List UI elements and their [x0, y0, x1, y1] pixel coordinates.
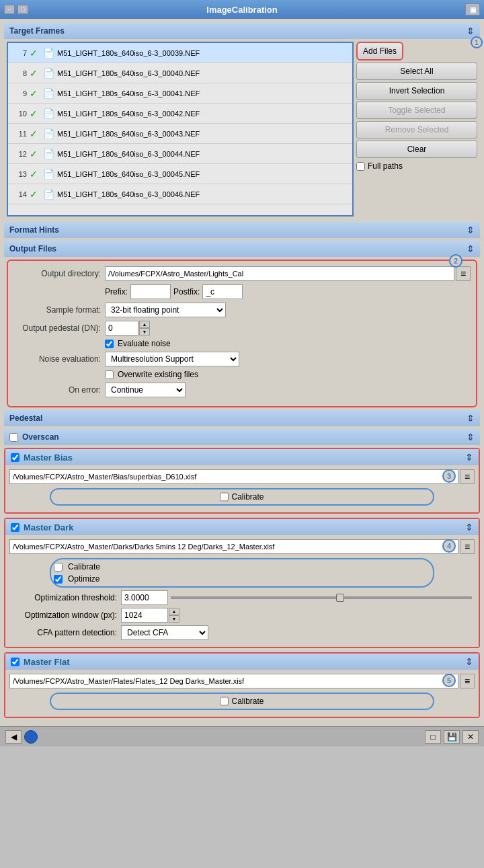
full-paths-checkbox[interactable] [356, 162, 365, 171]
file-doc-icon: 📄 [43, 108, 54, 119]
master-bias-enable-checkbox[interactable] [11, 453, 19, 462]
master-dark-enable-checkbox[interactable] [11, 523, 19, 532]
list-item[interactable]: 7 ✓ 📄 M51_LIGHT_180s_640iso_6-3_00039.NE… [8, 43, 352, 63]
pedestal-up-arrow[interactable]: ▲ [139, 321, 150, 328]
format-hints-title: Format Hints [9, 225, 59, 235]
evaluate-noise-checkbox[interactable] [105, 340, 114, 348]
pedestal-down-arrow[interactable]: ▼ [139, 328, 150, 336]
opt-window-up[interactable]: ▲ [169, 608, 179, 615]
file-list[interactable]: 7 ✓ 📄 M51_LIGHT_180s_640iso_6-3_00039.NE… [7, 42, 354, 216]
add-files-button[interactable]: Add Files [356, 42, 403, 61]
master-bias-path-input[interactable] [9, 469, 458, 484]
cfa-pattern-select[interactable]: Detect CFA None [121, 625, 208, 640]
list-item[interactable]: 10 ✓ 📄 M51_LIGHT_180s_640iso_6-3_00042.N… [8, 104, 352, 124]
overscan-header: Overscan ⇕ [4, 429, 480, 445]
status-indicator[interactable] [24, 730, 38, 744]
overscan-arrow[interactable]: ⇕ [467, 432, 475, 442]
check-icon: ✓ [30, 169, 40, 180]
master-bias-arrow[interactable]: ⇕ [465, 452, 473, 463]
master-flat-path-input[interactable] [9, 674, 458, 688]
postfix-input[interactable] [202, 284, 243, 299]
pedestal-spinner[interactable]: ▲ ▼ [139, 321, 150, 336]
master-flat-title: Master Flat [24, 657, 70, 667]
maximize-button[interactable]: □ [17, 5, 28, 14]
master-bias-title: Master Bias [24, 452, 73, 463]
master-flat-arrow[interactable]: ⇕ [465, 656, 473, 667]
remove-selected-button[interactable]: Remove Selected [356, 121, 477, 139]
invert-selection-button[interactable]: Invert Selection [356, 82, 477, 100]
circled-num-5: 5 [442, 674, 456, 687]
output-files-arrow[interactable]: ⇕ [467, 243, 475, 254]
noise-evaluation-row: Noise evaluation: Multiresolution Suppor… [13, 352, 471, 366]
minimize-button[interactable]: ─ [4, 5, 15, 14]
output-directory-browse[interactable]: ≡ [456, 266, 471, 281]
evaluate-noise-label: Evaluate noise [118, 339, 171, 348]
optimization-threshold-input[interactable] [121, 590, 168, 605]
master-bias-browse[interactable]: ≡ [460, 469, 475, 484]
back-button[interactable]: ◀ [5, 730, 22, 744]
pedestal-arrow[interactable]: ⇕ [467, 413, 475, 424]
output-files-title: Output Files [9, 244, 56, 253]
clear-button[interactable]: Clear [356, 141, 477, 158]
on-error-select[interactable]: Continue Abort [105, 383, 186, 397]
sample-format-select[interactable]: 32-bit floating point 16-bit integer [105, 303, 226, 317]
save-button[interactable]: 💾 [444, 730, 460, 744]
file-name: M51_LIGHT_180s_640iso_6-3_00041.NEF [57, 89, 200, 97]
select-all-button[interactable]: Select All [356, 63, 477, 80]
list-item[interactable]: 14 ✓ 📄 M51_LIGHT_180s_640iso_6-3_00046.N… [8, 184, 352, 204]
target-frames-arrow[interactable]: ⇕ [467, 26, 475, 36]
master-dark-calibrate-checkbox[interactable] [54, 563, 63, 571]
prefix-input[interactable] [130, 284, 171, 299]
file-doc-icon: 📄 [43, 48, 54, 58]
toggle-selected-button[interactable]: Toggle Selected [356, 102, 477, 119]
file-name: M51_LIGHT_180s_640iso_6-3_00043.NEF [57, 130, 200, 138]
check-icon: ✓ [30, 128, 40, 139]
optimization-window-input[interactable] [121, 608, 168, 623]
resize-button[interactable]: □ [425, 730, 441, 744]
master-bias-calibrate-row: Calibrate [50, 488, 434, 506]
master-flat-browse[interactable]: ≡ [460, 674, 475, 688]
opt-window-down[interactable]: ▼ [169, 615, 179, 623]
overwrite-checkbox[interactable] [105, 370, 114, 379]
opt-window-spinner[interactable]: ▲ ▼ [169, 608, 179, 623]
main-container: Target Frames ⇕ 7 ✓ 📄 M51_LIGHT_180s_640… [0, 19, 484, 726]
close-button[interactable]: ▣ [465, 3, 480, 15]
file-num: 13 [11, 170, 27, 178]
master-dark-optimize-label: Optimize [68, 574, 99, 584]
check-icon: ✓ [30, 48, 40, 58]
list-item[interactable]: 9 ✓ 📄 M51_LIGHT_180s_640iso_6-3_00041.NE… [8, 83, 352, 104]
master-bias-calibrate-checkbox[interactable] [220, 492, 229, 502]
file-doc-icon: 📄 [43, 189, 54, 200]
on-error-label: On error: [13, 385, 101, 395]
master-dark-browse[interactable]: ≡ [460, 539, 475, 554]
file-name: M51_LIGHT_180s_640iso_6-3_00039.NEF [57, 49, 200, 57]
list-item[interactable]: 11 ✓ 📄 M51_LIGHT_180s_640iso_6-3_00043.N… [8, 124, 352, 144]
format-hints-header[interactable]: Format Hints ⇕ [4, 222, 480, 238]
circled-num-4: 4 [442, 539, 456, 553]
master-dark-path-row: 4 ≡ [9, 539, 475, 554]
pedestal-header[interactable]: Pedestal ⇕ [4, 410, 480, 426]
right-buttons-panel: Add Files 1 Select All Invert Selection … [356, 42, 477, 216]
file-name: M51_LIGHT_180s_640iso_6-3_00044.NEF [57, 150, 200, 158]
output-directory-label: Output directory: [13, 269, 101, 278]
optimization-threshold-slider[interactable] [168, 596, 475, 599]
noise-evaluation-select[interactable]: Multiresolution Support Iterative k-sigm… [105, 352, 239, 366]
full-paths-row: Full paths [356, 161, 477, 171]
file-doc-icon: 📄 [43, 68, 54, 79]
forward-button[interactable]: ✕ [462, 730, 479, 744]
master-flat-enable-checkbox[interactable] [11, 658, 19, 666]
output-pedestal-input[interactable] [105, 321, 138, 336]
master-dark-optimize-checkbox[interactable] [54, 575, 63, 584]
overscan-enable-checkbox[interactable] [9, 433, 18, 442]
master-dark-arrow[interactable]: ⇕ [465, 522, 473, 532]
output-directory-input[interactable] [105, 266, 454, 281]
format-hints-arrow[interactable]: ⇕ [467, 225, 475, 235]
overwrite-row: Overwrite existing files [13, 370, 471, 379]
master-dark-path-input[interactable] [9, 539, 458, 554]
format-hints-section: Format Hints ⇕ [4, 222, 480, 238]
master-flat-calibrate-checkbox[interactable] [220, 697, 229, 706]
list-item[interactable]: 13 ✓ 📄 M51_LIGHT_180s_640iso_6-3_00045.N… [8, 164, 352, 184]
list-item[interactable]: 12 ✓ 📄 M51_LIGHT_180s_640iso_6-3_00044.N… [8, 144, 352, 164]
list-item[interactable]: 8 ✓ 📄 M51_LIGHT_180s_640iso_6-3_00040.NE… [8, 63, 352, 83]
master-flat-calibrate-label: Calibrate [231, 697, 264, 706]
